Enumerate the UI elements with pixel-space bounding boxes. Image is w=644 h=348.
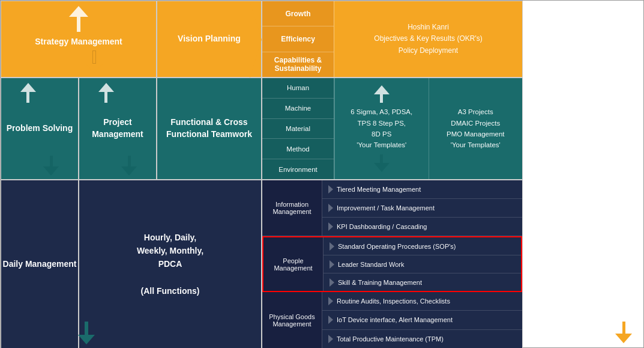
growth-tab-growth: Growth — [262, 1, 334, 26]
info-section-information: Information Management Tiered Meeting Ma… — [262, 180, 522, 236]
daily-title: Daily Management — [3, 258, 77, 270]
info-row-skill: Skill & Training Management — [324, 273, 521, 291]
hm-tab-method: Method — [262, 139, 334, 159]
info-row-tiered: Tiered Meeting Management — [322, 180, 522, 199]
cell-growth: Growth Efficiency Capabilities & Sustain… — [262, 1, 523, 78]
cell-hourly: Hourly, Daily,Weekly, Monthly,PDCA(All F… — [79, 180, 262, 348]
growth-content: Hoshin KanriObjectives & Key Results (OK… — [334, 1, 522, 77]
info-row-improvement: Improvement / Task Management — [322, 199, 522, 218]
info-row-routine: Routine Audits, Inspections, Checklists — [322, 292, 522, 311]
growth-tab-capabilities: Capabilities & Sustainability — [262, 52, 334, 77]
info-label-physical: Physical Goods Management — [262, 292, 322, 348]
info-label-information: Information Management — [262, 180, 322, 236]
hm-col2: A3 ProjectsDMAIC ProjectsPMO Management'… — [429, 78, 523, 179]
cell-info: Information Management Tiered Meeting Ma… — [262, 180, 523, 348]
growth-description: Hoshin KanriObjectives & Key Results (OK… — [374, 22, 482, 56]
cell-hm: Human Machine Material Method Environmen… — [262, 78, 523, 180]
cell-daily: Daily Management — [1, 180, 79, 348]
hm-tab-environment: Environment — [262, 159, 334, 179]
growth-tabs: Growth Efficiency Capabilities & Sustain… — [262, 1, 334, 77]
vision-title: Vision Planning — [178, 33, 241, 45]
hm-tabs: Human Machine Material Method Environmen… — [262, 78, 334, 179]
hm-tab-human: Human — [262, 78, 334, 99]
hm-col1-text: 6 Sigma, A3, PDSA,TPS 8 Step PS,8D PS'Yo… — [351, 106, 412, 151]
problem-title: Problem Solving — [7, 123, 73, 135]
info-rows-physical: Routine Audits, Inspections, Checklists … — [322, 292, 522, 348]
info-rows-information: Tiered Meeting Management Improvement / … — [322, 180, 522, 236]
project-title: Project Management — [79, 117, 156, 140]
info-row-iot: IoT Device interface, Alert Management — [322, 311, 522, 329]
hm-tab-material: Material — [262, 119, 334, 139]
cell-functional: Functional & Cross Functional Teamwork — [157, 78, 262, 180]
info-row-sop: Standard Operating Procedures (SOP's) — [324, 237, 521, 255]
info-label-people: People Management — [263, 237, 324, 291]
strategy-title: Strategy Management — [35, 36, 122, 48]
cell-vision: Vision Planning — [157, 1, 262, 78]
cell-project: Project Management — [79, 78, 157, 180]
info-rows-people: Standard Operating Procedures (SOP's) Le… — [324, 237, 521, 291]
main-grid: Strategy Management Vision Planning Grow… — [0, 0, 644, 348]
growth-tab-efficiency: Efficiency — [262, 26, 334, 52]
cell-strategy: Strategy Management — [1, 1, 157, 78]
hm-col1: 6 Sigma, A3, PDSA,TPS 8 Step PS,8D PS'Yo… — [334, 78, 429, 179]
hm-tab-machine: Machine — [262, 99, 334, 119]
info-section-people: People Management Standard Operating Pro… — [262, 236, 522, 292]
functional-title: Functional & Cross Functional Teamwork — [157, 117, 261, 140]
info-row-leader: Leader Standard Work — [324, 255, 521, 273]
hm-col2-text: A3 ProjectsDMAIC ProjectsPMO Management'… — [447, 106, 505, 151]
info-row-tpm: Total Productive Maintenance (TPM) — [322, 330, 522, 348]
info-row-kpi: KPI Dashboarding / Cascading — [322, 218, 522, 236]
hourly-title: Hourly, Daily,Weekly, Monthly,PDCA(All F… — [137, 231, 203, 298]
info-section-physical: Physical Goods Management Routine Audits… — [262, 292, 522, 348]
cell-problem: Problem Solving — [1, 78, 79, 180]
